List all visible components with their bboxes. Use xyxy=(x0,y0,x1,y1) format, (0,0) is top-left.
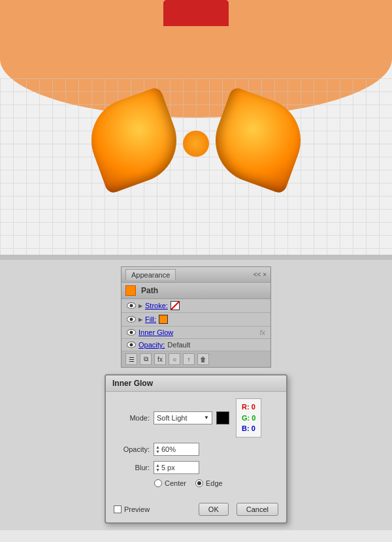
toolbar-fx-icon[interactable]: fx xyxy=(154,353,166,365)
panel-controls[interactable]: << × xyxy=(253,271,267,278)
panel-toolbar: ☰ ⧉ fx ○ ↑ 🗑 xyxy=(122,351,270,367)
edge-radio-button[interactable] xyxy=(195,479,203,487)
dialog-body: Mode: Soft Light ▼ R: 0 G: 0 B: 0 Opacit… xyxy=(106,392,286,499)
mode-value: Soft Light xyxy=(157,414,187,422)
inner-glow-label[interactable]: Inner Glow xyxy=(139,328,257,336)
opacity-input-row: Opacity: ▲ ▼ 60% xyxy=(114,443,278,456)
fill-label[interactable]: Fill: xyxy=(145,315,156,323)
opacity-label[interactable]: Opacity: xyxy=(139,341,165,349)
opacity-spinner-arrows[interactable]: ▲ ▼ xyxy=(155,445,160,454)
cancel-button[interactable]: Cancel xyxy=(237,503,278,516)
fill-expand-icon[interactable]: ▶ xyxy=(139,317,142,323)
dropdown-arrow-icon: ▼ xyxy=(204,415,209,421)
inner-glow-visibility-icon[interactable] xyxy=(127,329,136,336)
center-radio-item[interactable]: Center xyxy=(154,479,186,487)
blur-spinner-value: 5 px xyxy=(161,464,175,471)
rgb-r-value: R: 0 xyxy=(242,402,255,413)
opacity-spinner[interactable]: ▲ ▼ 60% xyxy=(154,443,199,456)
glow-color-swatch[interactable] xyxy=(216,411,229,424)
bottom-panel-area: Appearance << × Path ▶ Stroke: ▶ Fill: xyxy=(0,260,392,530)
fx-label: fx xyxy=(259,328,265,336)
panel-titlebar: Appearance << × xyxy=(122,267,270,283)
opacity-value: Default xyxy=(167,341,190,349)
path-color-icon xyxy=(125,285,136,296)
preview-checkbox[interactable]: Preview xyxy=(114,505,150,513)
dialog-title: Inner Glow xyxy=(106,375,286,392)
panel-divider xyxy=(0,255,392,260)
toolbar-layers-icon[interactable]: ☰ xyxy=(125,353,137,365)
path-label: Path xyxy=(141,286,158,295)
opacity-input-label: Opacity: xyxy=(114,445,150,453)
blur-spinner[interactable]: ▲ ▼ 5 px xyxy=(154,461,199,474)
stroke-visibility-icon[interactable] xyxy=(127,302,136,309)
ok-button[interactable]: OK xyxy=(199,503,229,516)
stroke-expand-icon[interactable]: ▶ xyxy=(139,303,142,309)
panel-header-path: Path xyxy=(122,283,270,299)
opacity-visibility-icon[interactable] xyxy=(127,342,136,348)
stroke-label[interactable]: Stroke: xyxy=(145,302,168,310)
blur-input-row: Blur: ▲ ▼ 5 px xyxy=(114,461,278,474)
blur-down-arrow[interactable]: ▼ xyxy=(155,468,160,472)
toolbar-mask-icon[interactable]: ○ xyxy=(169,353,180,365)
fill-swatch[interactable] xyxy=(159,315,168,324)
center-radio-label: Center xyxy=(165,479,186,487)
mode-label: Mode: xyxy=(114,414,150,422)
edge-radio-label: Edge xyxy=(206,479,223,487)
inner-glow-row: Inner Glow fx xyxy=(122,327,270,339)
bowtie-right-wing xyxy=(204,86,313,195)
rgb-g-value: G: 0 xyxy=(242,413,255,424)
center-radio-button[interactable] xyxy=(154,479,162,487)
fill-row: ▶ Fill: xyxy=(122,313,270,327)
preview-checkbox-box[interactable] xyxy=(114,505,122,513)
stroke-row: ▶ Stroke: xyxy=(122,299,270,313)
blur-input-label: Blur: xyxy=(114,464,150,471)
opacity-row: Opacity: Default xyxy=(122,339,270,351)
toolbar-delete-icon[interactable]: 🗑 xyxy=(197,353,209,365)
toolbar-moveup-icon[interactable]: ↑ xyxy=(183,353,195,365)
stroke-swatch[interactable] xyxy=(171,301,180,310)
opacity-down-arrow[interactable]: ▼ xyxy=(155,449,160,454)
toolbar-duplicate-icon[interactable]: ⧉ xyxy=(140,353,152,365)
center-edge-radio-group: Center Edge xyxy=(154,479,278,487)
opacity-spinner-value: 60% xyxy=(161,445,176,453)
preview-label: Preview xyxy=(124,505,150,513)
appearance-panel: Appearance << × Path ▶ Stroke: ▶ Fill: xyxy=(121,266,271,368)
panel-tab-appearance[interactable]: Appearance xyxy=(125,269,176,280)
bowtie-center xyxy=(183,131,209,157)
edge-radio-item[interactable]: Edge xyxy=(195,479,223,487)
inner-glow-dialog: Inner Glow Mode: Soft Light ▼ R: 0 G: 0 … xyxy=(105,374,287,524)
bowtie-element xyxy=(91,91,301,196)
opacity-up-arrow[interactable]: ▲ xyxy=(155,445,160,449)
canvas-area: 思绿设计论坛 www.missvuan.com xyxy=(0,0,392,255)
hat-element xyxy=(163,0,229,26)
blur-up-arrow[interactable]: ▲ xyxy=(155,463,160,468)
dialog-footer: Preview OK Cancel xyxy=(106,499,286,522)
rgb-display: R: 0 G: 0 B: 0 xyxy=(236,398,261,438)
bowtie-left-wing xyxy=(80,86,189,195)
blur-spinner-arrows[interactable]: ▲ ▼ xyxy=(155,463,160,472)
rgb-b-value: B: 0 xyxy=(242,423,255,434)
mode-dropdown[interactable]: Soft Light ▼ xyxy=(154,411,212,424)
mode-row: Mode: Soft Light ▼ R: 0 G: 0 B: 0 xyxy=(114,398,278,438)
fill-visibility-icon[interactable] xyxy=(127,316,136,323)
